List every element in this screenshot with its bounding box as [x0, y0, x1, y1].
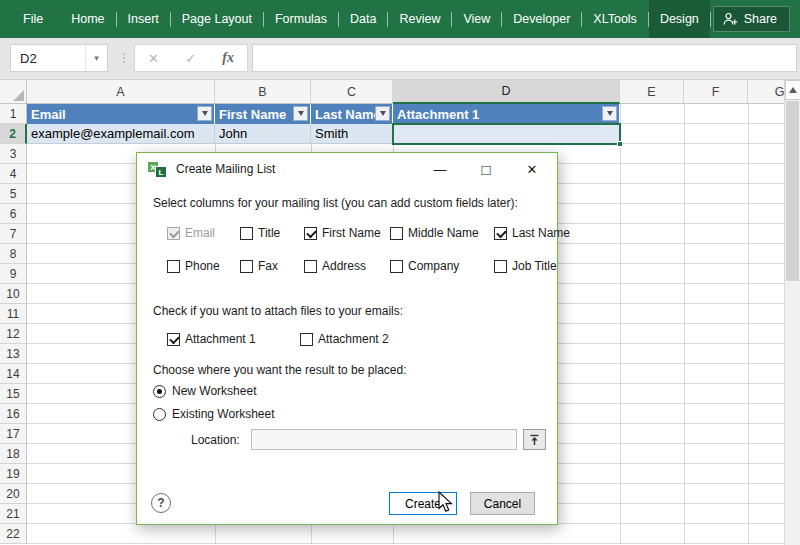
close-button[interactable]: ✕	[509, 153, 555, 185]
checkbox-address[interactable]	[304, 260, 317, 273]
filter-dropdown-button[interactable]	[375, 106, 390, 121]
row-header-18[interactable]: 18	[0, 444, 27, 464]
row-header-1[interactable]: 1	[0, 104, 27, 124]
selected-cell-d2[interactable]	[392, 123, 621, 145]
table-header-first-name[interactable]: First Name	[215, 104, 311, 124]
row-header-3[interactable]: 3	[0, 144, 27, 164]
row-header-10[interactable]: 10	[0, 284, 27, 304]
help-button[interactable]: ?	[151, 493, 171, 513]
checkbox-label: Last Name	[512, 226, 570, 240]
name-box[interactable]: D2 ▾	[10, 44, 108, 72]
cell-a2[interactable]: example@examplemail.com	[27, 124, 215, 144]
radio-existing-worksheet[interactable]	[153, 408, 166, 421]
checkbox-first-name[interactable]	[304, 227, 317, 240]
maximize-button[interactable]: □	[463, 153, 509, 185]
table-header-email[interactable]: Email	[27, 104, 215, 124]
checkbox-label: Company	[408, 259, 459, 273]
ribbon-tab-page-layout[interactable]: Page Layout	[171, 0, 263, 38]
column-option-fax[interactable]: Fax	[240, 259, 278, 273]
row-header-7[interactable]: 7	[0, 224, 27, 244]
column-option-company[interactable]: Company	[390, 259, 459, 273]
minimize-button[interactable]: —	[417, 153, 463, 185]
cell-b2[interactable]: John	[215, 124, 311, 144]
checkbox-middle-name[interactable]	[390, 227, 403, 240]
column-option-address[interactable]: Address	[304, 259, 366, 273]
scroll-up-button[interactable]	[785, 80, 800, 100]
cancel-entry-icon[interactable]: ✕	[148, 51, 159, 66]
ribbon-tab-review[interactable]: Review	[388, 0, 451, 38]
row-header-5[interactable]: 5	[0, 184, 27, 204]
row-header-22[interactable]: 22	[0, 524, 27, 544]
name-box-dropdown-icon[interactable]: ▾	[85, 45, 107, 71]
cancel-button[interactable]: Cancel	[470, 492, 535, 515]
ribbon-tab-data[interactable]: Data	[339, 0, 387, 38]
row-header-20[interactable]: 20	[0, 484, 27, 504]
attachment-option-attachment-2[interactable]: Attachment 2	[300, 332, 389, 346]
row-header-15[interactable]: 15	[0, 384, 27, 404]
column-option-job-title[interactable]: Job Title	[494, 259, 557, 273]
ribbon-tab-xltools[interactable]: XLTools	[582, 0, 648, 38]
ribbon-tab-formulas[interactable]: Formulas	[264, 0, 338, 38]
column-option-last-name[interactable]: Last Name	[494, 226, 570, 240]
table-header-last-name[interactable]: Last Name	[311, 104, 393, 124]
placement-option-new-worksheet[interactable]: New Worksheet	[153, 384, 256, 398]
column-header-d[interactable]: D	[393, 80, 620, 104]
filter-dropdown-button[interactable]	[293, 106, 308, 121]
checkbox-attachment-2[interactable]	[300, 333, 313, 346]
checkbox-phone[interactable]	[167, 260, 180, 273]
tab-separator	[710, 12, 711, 27]
confirm-entry-icon[interactable]: ✓	[185, 51, 196, 66]
ribbon-tab-design[interactable]: Design	[649, 0, 710, 38]
vertical-scrollbar[interactable]	[784, 80, 800, 545]
column-header-a[interactable]: A	[27, 80, 215, 104]
row-header-13[interactable]: 13	[0, 344, 27, 364]
formula-input[interactable]	[252, 44, 797, 72]
select-all-corner[interactable]	[0, 80, 27, 104]
share-button[interactable]: Share	[713, 6, 790, 32]
checkbox-job-title[interactable]	[494, 260, 507, 273]
ribbon-tab-home[interactable]: Home	[60, 0, 115, 38]
attachment-option-attachment-1[interactable]: Attachment 1	[167, 332, 256, 346]
ribbon-tab-developer[interactable]: Developer	[502, 0, 581, 38]
row-header-16[interactable]: 16	[0, 404, 27, 424]
fill-handle[interactable]	[617, 141, 623, 147]
column-header-b[interactable]: B	[215, 80, 311, 104]
column-option-phone[interactable]: Phone	[167, 259, 220, 273]
insert-function-icon[interactable]: fx	[222, 50, 234, 66]
checkbox-company[interactable]	[390, 260, 403, 273]
radio-new-worksheet[interactable]	[153, 385, 166, 398]
ribbon-tab-insert[interactable]: Insert	[117, 0, 170, 38]
row-header-4[interactable]: 4	[0, 164, 27, 184]
ribbon-tab-file[interactable]: File	[6, 0, 60, 38]
placement-option-existing-worksheet[interactable]: Existing Worksheet	[153, 407, 275, 421]
column-option-title[interactable]: Title	[240, 226, 280, 240]
column-option-middle-name[interactable]: Middle Name	[390, 226, 479, 240]
column-header-e[interactable]: E	[620, 80, 684, 104]
row-header-2[interactable]: 2	[0, 124, 27, 144]
cell-c2[interactable]: Smith	[311, 124, 393, 144]
filter-dropdown-button[interactable]	[602, 106, 617, 121]
location-input[interactable]	[251, 429, 517, 450]
table-header-attachment-1[interactable]: Attachment 1	[393, 104, 620, 124]
column-header-c[interactable]: C	[311, 80, 393, 104]
range-picker-button[interactable]	[523, 429, 546, 450]
checkbox-last-name[interactable]	[494, 227, 507, 240]
row-header-9[interactable]: 9	[0, 264, 27, 284]
column-option-first-name[interactable]: First Name	[304, 226, 381, 240]
checkbox-fax[interactable]	[240, 260, 253, 273]
row-header-6[interactable]: 6	[0, 204, 27, 224]
row-header-19[interactable]: 19	[0, 464, 27, 484]
row-header-17[interactable]: 17	[0, 424, 27, 444]
ribbon-tab-view[interactable]: View	[452, 0, 501, 38]
filter-dropdown-button[interactable]	[197, 106, 212, 121]
checkbox-title[interactable]	[240, 227, 253, 240]
row-header-12[interactable]: 12	[0, 324, 27, 344]
row-header-11[interactable]: 11	[0, 304, 27, 324]
row-header-8[interactable]: 8	[0, 244, 27, 264]
row-header-14[interactable]: 14	[0, 364, 27, 384]
xltools-icon: XL	[147, 160, 169, 178]
row-header-21[interactable]: 21	[0, 504, 27, 524]
column-header-f[interactable]: F	[684, 80, 748, 104]
scrollbar-thumb[interactable]	[786, 101, 799, 281]
checkbox-attachment-1[interactable]	[167, 333, 180, 346]
